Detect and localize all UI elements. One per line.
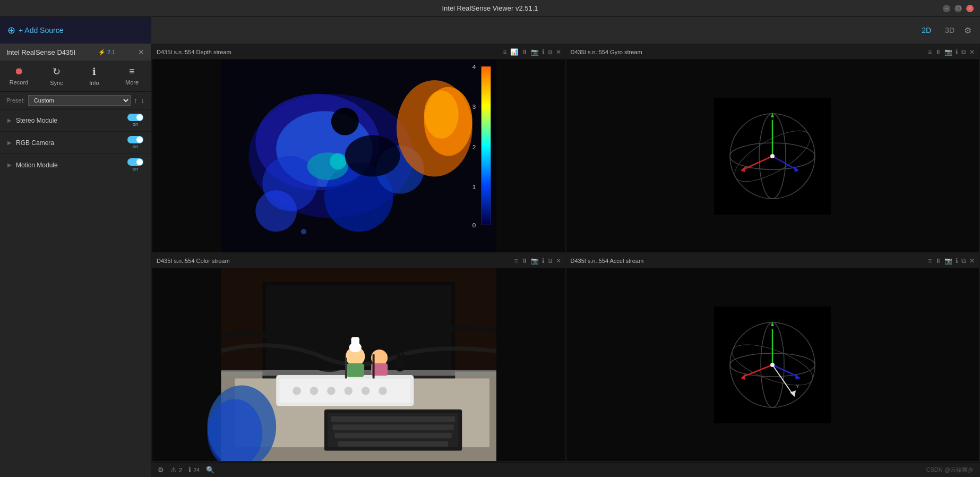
- rgb-camera-row[interactable]: ▶ RGB Camera on: [0, 132, 151, 154]
- depth-stream-header: D435I s.n.:554 Depth stream ≡ 📊 ⏸ 📷 ℹ ⧉ …: [152, 45, 565, 59]
- gyro-stream-panel: D435I s.n.:554 Gyro stream ≡ ⏸ 📷 ℹ ⧉ ✕: [566, 45, 979, 252]
- gyro-window-button[interactable]: ⧉: [961, 48, 966, 56]
- color-stream-svg: [152, 268, 565, 461]
- depth-close-button[interactable]: ✕: [556, 48, 561, 56]
- gyro-list-button[interactable]: ≡: [928, 48, 932, 56]
- rgb-toggle-thumb: [136, 137, 143, 143]
- accel-stream-content: y: [566, 268, 979, 461]
- preset-select[interactable]: Custom: [28, 95, 131, 106]
- restore-button[interactable]: ❐: [955, 5, 962, 12]
- svg-point-13: [345, 135, 400, 177]
- color-stream-panel: D435I s.n.:554 Color stream ≡ ⏸ 📷 ℹ ⧉ ✕: [152, 253, 565, 461]
- color-stream-title: D435I s.n.:554 Color stream: [157, 258, 230, 264]
- rgb-camera-toggle[interactable]: on: [127, 136, 143, 149]
- color-window-button[interactable]: ⧉: [548, 257, 553, 265]
- stereo-module-label: Stereo Module: [16, 117, 57, 124]
- motion-module-row[interactable]: ▶ Motion Module on: [0, 154, 151, 176]
- motion-module-toggle[interactable]: on: [127, 158, 143, 172]
- motion-toggle-track: [127, 158, 143, 166]
- motion-module-label: Motion Module: [16, 161, 58, 169]
- info-button[interactable]: ℹ Info: [80, 66, 109, 86]
- svg-rect-62: [334, 433, 451, 438]
- svg-rect-51: [351, 337, 359, 348]
- motion-module-left: ▶ Motion Module: [7, 161, 58, 169]
- stereo-toggle-thumb: [136, 114, 143, 121]
- stereo-toggle-label: on: [133, 122, 138, 127]
- svg-text:4: 4: [472, 63, 476, 70]
- motion-toggle-label: on: [133, 166, 138, 172]
- depth-camera-button[interactable]: 📷: [531, 48, 539, 56]
- svg-text:0: 0: [472, 222, 476, 228]
- stereo-module-toggle[interactable]: on: [127, 114, 143, 127]
- depth-window-button[interactable]: ⧉: [548, 48, 553, 56]
- svg-point-9: [330, 153, 346, 169]
- color-camera-button[interactable]: 📷: [531, 257, 539, 265]
- add-source-button[interactable]: ⊕ + Add Source: [7, 24, 63, 36]
- depth-stream-panel: D435I s.n.:554 Depth stream ≡ 📊 ⏸ 📷 ℹ ⧉ …: [152, 45, 565, 252]
- content-area: D435I s.n.:554 Depth stream ≡ 📊 ⏸ 📷 ℹ ⧉ …: [151, 44, 980, 477]
- view-3d-button[interactable]: 3D: [941, 24, 959, 37]
- accel-stream-header: D435I s.n.:554 Accel stream ≡ ⏸ 📷 ℹ ⧉ ✕: [566, 253, 979, 268]
- svg-rect-63: [338, 441, 448, 446]
- svg-text:1: 1: [472, 183, 476, 190]
- window-controls: − ❐ ✕: [943, 5, 974, 12]
- accel-camera-button[interactable]: 📷: [944, 257, 952, 265]
- svg-rect-60: [331, 416, 455, 422]
- rgb-camera-label: RGB Camera: [16, 139, 54, 147]
- status-left: ⚙ ⚠ 2 ℹ 24 🔍: [158, 466, 214, 474]
- svg-rect-67: [373, 354, 375, 378]
- color-list-button[interactable]: ≡: [514, 257, 518, 265]
- svg-rect-17: [482, 66, 491, 225]
- sync-button[interactable]: ↻ Sync: [42, 66, 71, 86]
- view-2d-button[interactable]: 2D: [917, 24, 935, 37]
- stereo-module-row[interactable]: ▶ Stereo Module on: [0, 109, 151, 132]
- gyro-stream-header: D435I s.n.:554 Gyro stream ≡ ⏸ 📷 ℹ ⧉ ✕: [566, 45, 979, 59]
- close-device-button[interactable]: ✕: [138, 48, 144, 56]
- minimize-button[interactable]: −: [943, 5, 950, 12]
- usb-badge: ⚡ 2.1: [98, 49, 115, 56]
- color-pause-button[interactable]: ⏸: [521, 257, 528, 265]
- search-status[interactable]: 🔍: [206, 466, 214, 474]
- gyro-pause-button[interactable]: ⏸: [935, 48, 941, 56]
- color-info-button[interactable]: ℹ: [542, 257, 545, 265]
- accel-list-button[interactable]: ≡: [928, 257, 932, 265]
- rgb-camera-arrow: ▶: [7, 140, 12, 146]
- action-row: ⏺ Record ↻ Sync ℹ Info ≡ More: [0, 61, 151, 92]
- record-button[interactable]: ⏺ Record: [4, 66, 33, 86]
- depth-chart-button[interactable]: 📊: [510, 48, 518, 56]
- depth-stream-title: D435I s.n.:554 Depth stream: [157, 49, 231, 55]
- info-icon: ℹ: [92, 66, 96, 78]
- svg-point-43: [293, 387, 301, 395]
- depth-stream-svg: 4 3 2 1 0: [152, 59, 565, 252]
- svg-rect-52: [346, 363, 364, 377]
- device-header: Intel RealSense D435I ⚡ 2.1 ✕: [0, 44, 151, 61]
- depth-list-button[interactable]: ≡: [503, 48, 506, 56]
- gyro-camera-button[interactable]: 📷: [944, 48, 952, 56]
- settings-button[interactable]: ⚙: [964, 25, 972, 36]
- svg-point-46: [345, 387, 353, 395]
- svg-point-82: [770, 363, 775, 367]
- accel-info-button[interactable]: ℹ: [956, 257, 958, 265]
- streams-grid: D435I s.n.:554 Depth stream ≡ 📊 ⏸ 📷 ℹ ⧉ …: [151, 44, 980, 462]
- gyro-stream-title: D435I s.n.:554 Gyro stream: [571, 49, 642, 55]
- accel-close-button[interactable]: ✕: [969, 257, 975, 265]
- svg-point-12: [424, 90, 459, 139]
- close-button[interactable]: ✕: [966, 5, 974, 12]
- svg-text:2: 2: [472, 143, 476, 150]
- more-button[interactable]: ≡ More: [117, 66, 147, 86]
- preset-download-button[interactable]: ↓: [141, 96, 144, 105]
- gyro-info-button[interactable]: ℹ: [956, 48, 958, 56]
- gyro-close-button[interactable]: ✕: [969, 48, 975, 56]
- accel-window-button[interactable]: ⧉: [961, 257, 966, 265]
- color-close-button[interactable]: ✕: [556, 257, 561, 265]
- stereo-toggle-track: [127, 114, 143, 121]
- preset-upload-button[interactable]: ↑: [134, 96, 137, 105]
- depth-pause-button[interactable]: ⏸: [521, 48, 528, 56]
- gyro-stream-controls: ≡ ⏸ 📷 ℹ ⧉ ✕: [928, 48, 975, 56]
- depth-info-button[interactable]: ℹ: [542, 48, 545, 56]
- svg-text:y: y: [796, 383, 799, 388]
- add-source-area: ⊕ + Add Source: [0, 17, 151, 44]
- svg-point-45: [327, 387, 336, 395]
- accel-pause-button[interactable]: ⏸: [935, 257, 941, 265]
- record-icon: ⏺: [14, 66, 24, 77]
